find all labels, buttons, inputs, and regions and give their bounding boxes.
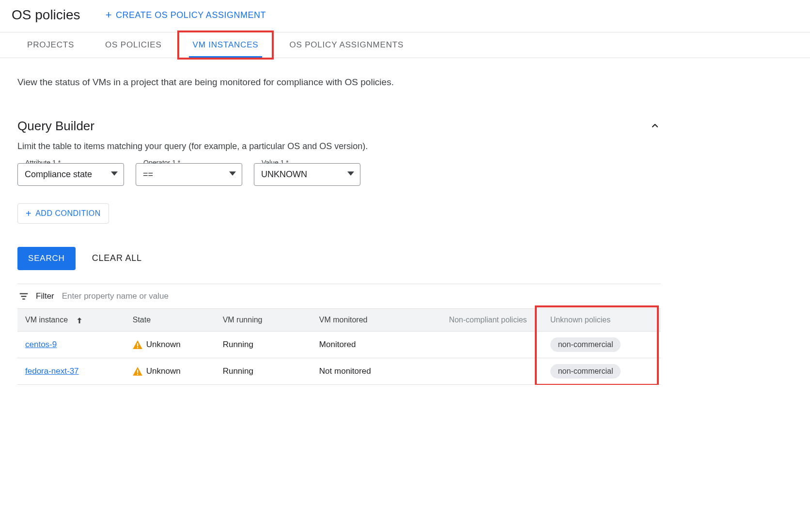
unknown-policy-chip[interactable]: non-commercial — [550, 364, 621, 379]
svg-rect-5 — [137, 369, 138, 373]
table-row: fedora-next-37UnknownRunningNot monitore… — [17, 358, 661, 384]
running-text: Running — [217, 358, 313, 384]
col-vm-instance[interactable]: VM instance — [17, 308, 127, 331]
sort-ascending-icon — [75, 316, 83, 324]
filter-input[interactable] — [61, 291, 661, 302]
caret-down-icon — [111, 169, 118, 180]
state-text: Unknown — [146, 340, 181, 350]
running-text: Running — [217, 331, 313, 358]
query-actions: SEARCH CLEAR ALL — [17, 247, 661, 270]
svg-rect-1 — [21, 296, 27, 297]
tab-os-policy-assignments[interactable]: OS POLICY ASSIGNMENTS — [274, 32, 419, 58]
svg-rect-4 — [137, 347, 138, 348]
filter-label: Filter — [36, 291, 54, 301]
caret-down-icon — [229, 169, 236, 180]
warning-icon — [133, 340, 142, 349]
attribute-value: Compliance state — [25, 169, 92, 180]
unknown-policy-chip[interactable]: non-commercial — [550, 337, 621, 352]
filter-bar: Filter — [17, 284, 661, 308]
operator-select[interactable]: == — [136, 163, 242, 186]
main-content: View the status of VMs in a project that… — [0, 58, 678, 385]
monitored-text: Not monitored — [313, 358, 423, 384]
state-cell: Unknown — [133, 366, 211, 376]
plus-icon: + — [26, 209, 31, 218]
col-vm-running[interactable]: VM running — [217, 308, 313, 331]
tab-os-policies[interactable]: OS POLICIES — [90, 32, 177, 58]
col-unknown-policies[interactable]: Unknown policies — [539, 308, 661, 331]
svg-rect-6 — [137, 374, 138, 375]
value-select[interactable]: UNKNOWN — [254, 163, 360, 186]
clear-all-button[interactable]: CLEAR ALL — [89, 253, 145, 264]
create-button-label: CREATE OS POLICY ASSIGNMENT — [116, 10, 266, 20]
state-text: Unknown — [146, 366, 181, 376]
vm-instance-link[interactable]: fedora-next-37 — [25, 366, 79, 376]
col-state[interactable]: State — [127, 308, 217, 331]
table-header-row: VM instance State VM running VM monitore… — [17, 308, 661, 331]
svg-rect-3 — [137, 343, 138, 346]
conditions-row: Attribute 1 * Compliance state Operator … — [17, 163, 661, 186]
tab-projects[interactable]: PROJECTS — [12, 32, 90, 58]
tabs-bar: PROJECTS OS POLICIES VM INSTANCES OS POL… — [0, 32, 810, 58]
add-condition-label: ADD CONDITION — [35, 209, 101, 218]
page-title: OS policies — [12, 7, 80, 23]
create-os-policy-assignment-button[interactable]: + CREATE OS POLICY ASSIGNMENT — [100, 6, 272, 24]
page-description: View the status of VMs in a project that… — [17, 76, 405, 90]
noncompliant-cell — [423, 331, 539, 358]
search-button[interactable]: SEARCH — [17, 247, 76, 270]
col-vm-monitored[interactable]: VM monitored — [313, 308, 423, 331]
page-header: OS policies + CREATE OS POLICY ASSIGNMEN… — [0, 0, 810, 32]
operator-field: Operator 1 * == — [136, 163, 242, 186]
chevron-up-icon[interactable] — [649, 120, 661, 132]
caret-down-icon — [347, 169, 354, 180]
value-field: Value 1 * UNKNOWN — [254, 163, 360, 186]
tab-vm-instances[interactable]: VM INSTANCES — [177, 32, 274, 58]
plus-icon: + — [106, 10, 112, 20]
svg-rect-2 — [22, 298, 25, 299]
svg-rect-0 — [20, 293, 28, 294]
table-row: centos-9UnknownRunningMonitorednon-comme… — [17, 331, 661, 358]
query-builder-title: Query Builder — [17, 119, 94, 134]
add-condition-button[interactable]: + ADD CONDITION — [17, 203, 109, 224]
attribute-field: Attribute 1 * Compliance state — [17, 163, 124, 186]
query-builder-subtitle: Limit the table to items matching your q… — [17, 141, 661, 152]
warning-icon — [133, 367, 142, 376]
attribute-select[interactable]: Compliance state — [17, 163, 124, 186]
filter-icon — [18, 291, 29, 302]
noncompliant-cell — [423, 358, 539, 384]
operator-value: == — [143, 169, 153, 180]
vm-instances-table: VM instance State VM running VM monitore… — [17, 308, 661, 385]
vm-instance-link[interactable]: centos-9 — [25, 340, 57, 349]
col-non-compliant-policies[interactable]: Non-compliant policies — [423, 308, 539, 331]
table-wrap: VM instance State VM running VM monitore… — [17, 308, 661, 385]
state-cell: Unknown — [133, 340, 211, 350]
value-value: UNKNOWN — [261, 169, 307, 180]
monitored-text: Monitored — [313, 331, 423, 358]
query-builder-header[interactable]: Query Builder — [17, 119, 661, 134]
